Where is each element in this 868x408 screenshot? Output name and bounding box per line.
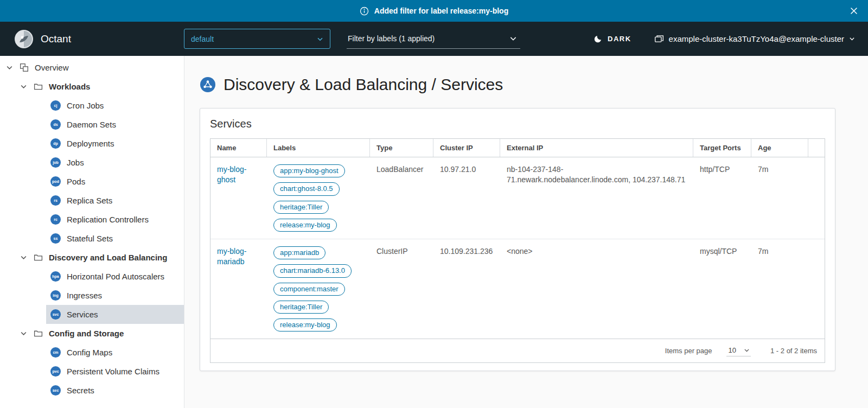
close-icon[interactable] [850, 0, 858, 22]
sidebar-item-label: Deployments [67, 139, 114, 148]
chevron-down-icon [20, 330, 27, 337]
app-title: Octant [41, 33, 71, 45]
sidebar-item-label: Cron Jobs [67, 101, 104, 110]
sidebar-item-persistent-volume-claims[interactable]: pvc Persistent Volume Claims [46, 362, 184, 381]
sidebar-section-config-and-storage[interactable]: Config and Storage [0, 324, 184, 343]
label-pill[interactable]: app:my-blog-ghost [273, 164, 345, 177]
chevron-down-icon [509, 35, 517, 42]
pagination-range: 1 - 2 of 2 items [770, 347, 817, 355]
sidebar-item-label: Replication Controllers [67, 215, 149, 224]
label-pill[interactable]: chart:ghost-8.0.5 [273, 182, 340, 195]
card-title: Services [210, 109, 825, 138]
cron-jobs-icon: cj [50, 100, 61, 111]
cell-type: LoadBalancer [370, 157, 433, 239]
cell-age: 7m [751, 239, 808, 339]
sidebar-item-ingresses[interactable]: ing Ingresses [46, 286, 184, 305]
pods-icon: pod [50, 176, 61, 187]
ingresses-icon: ing [50, 290, 61, 301]
sidebar-item-jobs[interactable]: job Jobs [46, 153, 184, 172]
sidebar-item-services[interactable]: svc Services [46, 305, 184, 324]
column-header-name: Name [210, 139, 267, 157]
sidebar-item-replica-sets[interactable]: rs Replica Sets [46, 191, 184, 210]
sidebar-item-label: Persistent Volume Claims [67, 367, 159, 376]
moon-icon [593, 34, 603, 43]
info-icon [360, 7, 369, 16]
sidebar-section-discovery-load-balancing[interactable]: Discovery and Load Balancing [0, 248, 184, 267]
services-table: Name Labels Type Cluster IP External IP … [210, 138, 825, 363]
label-filter-value: Filter by labels (1 applied) [348, 34, 435, 43]
sidebar-item-label: Secrets [67, 386, 94, 395]
theme-label: DARK [608, 35, 631, 43]
folder-icon [33, 253, 43, 263]
deployments-icon: dp [50, 138, 61, 149]
chevron-down-icon [317, 36, 323, 42]
cell-name: my-blog-mariadb [210, 239, 267, 339]
label-pill[interactable]: component:master [273, 283, 345, 296]
persistent-volume-claims-icon: pvc [50, 366, 61, 377]
items-per-page-select[interactable]: 10 [726, 345, 751, 356]
sidebar-item-horizontal-pod-autoscalers[interactable]: hpa Horizontal Pod Autoscalers [46, 267, 184, 286]
cell-cluster-ip: 10.109.231.236 [433, 239, 500, 339]
cell-labels: app:my-blog-ghost chart:ghost-8.0.5 heri… [267, 157, 370, 239]
sidebar-item-label: Replica Sets [67, 196, 112, 205]
cell-spacer [808, 239, 825, 339]
label-pill[interactable]: heritage:Tiller [273, 301, 329, 314]
sidebar-item-replication-controllers[interactable]: rc Replication Controllers [46, 210, 184, 229]
cluster-select[interactable]: example-cluster-ka3TuTzYo4a@example-clus… [654, 34, 855, 44]
column-header-age: Age [751, 139, 808, 157]
sidebar-section-workloads[interactable]: Workloads [0, 77, 184, 96]
config-maps-icon: cm [50, 347, 61, 358]
label-pill[interactable]: heritage:Tiller [273, 201, 329, 214]
label-pill[interactable]: chart:mariadb-6.13.0 [273, 264, 352, 277]
sidebar-item-label: Daemon Sets [67, 120, 116, 129]
column-header-target-ports: Target Ports [693, 139, 751, 157]
jobs-icon: job [50, 157, 61, 168]
sidebar-item-daemon-sets[interactable]: ds Daemon Sets [46, 115, 184, 134]
namespace-value: default [191, 35, 214, 43]
sidebar-item-pods[interactable]: pod Pods [46, 172, 184, 191]
chevron-down-icon [20, 83, 27, 91]
sidebar-item-secrets[interactable]: sec Secrets [46, 381, 184, 400]
sidebar-item-deployments[interactable]: dp Deployments [46, 134, 184, 153]
sidebar-item-overview[interactable]: Overview [0, 58, 184, 77]
table-header: Name Labels Type Cluster IP External IP … [210, 139, 825, 157]
services-icon: svc [50, 309, 61, 320]
sidebar-item-label: Discovery and Load Balancing [49, 253, 167, 262]
label-pill[interactable]: release:my-blog [273, 219, 337, 232]
sidebar-item-label: Workloads [49, 82, 90, 91]
sidebar-item-label: Overview [35, 63, 69, 72]
sidebar-item-label: Horizontal Pod Autoscalers [67, 272, 164, 281]
header-spacer [808, 139, 825, 157]
app-header: Octant default Filter by labels (1 appli… [0, 22, 868, 56]
items-per-page-label: Items per page [665, 347, 712, 355]
table-row: my-blog-ghost app:my-blog-ghost chart:gh… [210, 157, 825, 239]
sidebar-item-label: Config Maps [67, 348, 112, 357]
chevron-down-icon [744, 347, 750, 353]
namespace-select[interactable]: default [184, 29, 330, 49]
column-header-cluster-ip: Cluster IP [433, 139, 500, 157]
cell-spacer [808, 157, 825, 239]
daemon-sets-icon: ds [50, 119, 61, 130]
cluster-icon [654, 34, 664, 44]
cell-external-ip: <none> [500, 239, 693, 339]
service-link[interactable]: my-blog-mariadb [217, 246, 260, 267]
cluster-name: example-cluster-ka3TuTzYo4a@example-clus… [669, 34, 844, 43]
page-size-value: 10 [729, 346, 736, 354]
sidebar-nav: Overview Workloads cj Cron Jobs ds Daemo… [0, 56, 184, 408]
overview-icon [19, 63, 29, 73]
label-filter-select[interactable]: Filter by labels (1 applied) [347, 29, 520, 49]
column-header-labels: Labels [267, 139, 370, 157]
sidebar-item-label: Stateful Sets [67, 234, 113, 243]
sidebar-item-cron-jobs[interactable]: cj Cron Jobs [46, 96, 184, 115]
sidebar-item-config-maps[interactable]: cm Config Maps [46, 343, 184, 362]
alert-message: Added filter for label release:my-blog [374, 7, 508, 15]
table-row: my-blog-mariadb app:mariadb chart:mariad… [210, 239, 825, 339]
label-pill[interactable]: release:my-blog [273, 318, 337, 331]
sidebar-item-stateful-sets[interactable]: ss Stateful Sets [46, 229, 184, 248]
sidebar-item-label: Jobs [67, 158, 84, 167]
cell-cluster-ip: 10.97.21.0 [433, 157, 500, 239]
service-link[interactable]: my-blog-ghost [217, 164, 260, 185]
chevron-down-icon [20, 254, 27, 262]
theme-toggle-button[interactable]: DARK [593, 34, 631, 43]
label-pill[interactable]: app:mariadb [273, 246, 326, 259]
